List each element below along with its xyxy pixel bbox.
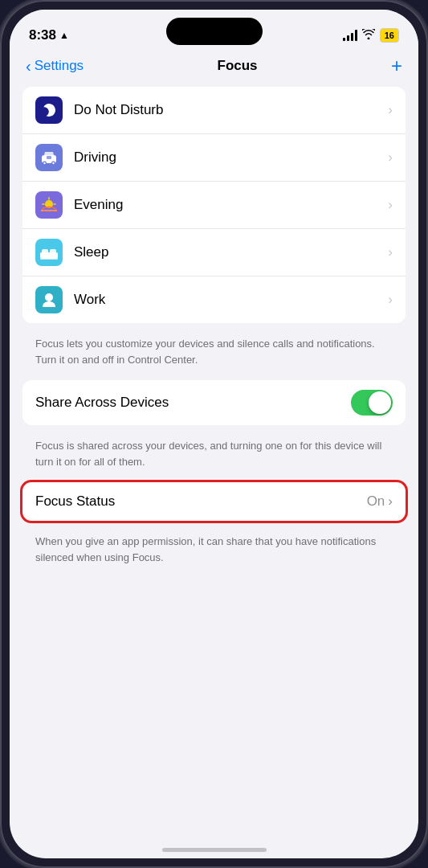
focus-status-on-text: On: [367, 493, 385, 510]
svg-point-14: [45, 293, 53, 301]
share-devices-toggle[interactable]: [351, 390, 393, 416]
focus-status-label: Focus Status: [35, 493, 115, 510]
focus-item-work[interactable]: Work ›: [22, 276, 406, 323]
share-devices-row: Share Across Devices: [22, 380, 406, 425]
driving-icon: [35, 144, 63, 171]
chevron-icon: ›: [388, 244, 393, 260]
svg-rect-11: [42, 249, 48, 254]
content-area: Do Not Disturb ›: [10, 87, 418, 847]
share-description: Focus is shared across your devices, and…: [22, 432, 406, 482]
battery-icon: 16: [380, 28, 399, 43]
focus-item-evening[interactable]: Evening ›: [22, 182, 406, 229]
sleep-icon: [35, 239, 63, 266]
evening-icon: [35, 191, 63, 219]
phone-screen: 8:38 ▲: [10, 10, 418, 858]
share-devices-group: Share Across Devices: [22, 380, 406, 425]
status-bar: 8:38 ▲: [10, 10, 418, 51]
focus-item-do-not-disturb[interactable]: Do Not Disturb ›: [22, 87, 406, 134]
svg-rect-12: [50, 249, 56, 254]
location-icon: ▲: [59, 30, 69, 41]
chevron-icon: ›: [388, 197, 393, 213]
time-display: 8:38: [29, 27, 56, 43]
home-indicator: [162, 848, 267, 852]
svg-point-3: [43, 162, 45, 164]
back-label: Settings: [35, 58, 84, 74]
evening-label: Evening: [74, 197, 388, 213]
phone-frame: 8:38 ▲: [0, 0, 428, 868]
chevron-icon: ›: [388, 102, 393, 118]
navigation-bar: ‹ Settings Focus +: [10, 51, 418, 87]
battery-level: 16: [385, 31, 394, 40]
dynamic-island: [166, 18, 263, 45]
status-time: 8:38 ▲: [29, 27, 69, 43]
work-icon: [35, 286, 63, 313]
focus-item-sleep[interactable]: Sleep ›: [22, 229, 406, 276]
focus-item-driving[interactable]: Driving ›: [22, 134, 406, 182]
back-button[interactable]: ‹ Settings: [26, 57, 84, 76]
focus-description: Focus lets you customize your devices an…: [22, 330, 406, 380]
add-button[interactable]: +: [391, 55, 402, 77]
back-chevron-icon: ‹: [26, 57, 31, 76]
signal-icon: [343, 30, 357, 41]
focus-status-description: When you give an app permission, it can …: [22, 527, 406, 578]
svg-rect-13: [40, 258, 58, 260]
page-title: Focus: [218, 58, 258, 74]
chevron-icon: ›: [388, 149, 393, 166]
do-not-disturb-label: Do Not Disturb: [74, 102, 388, 118]
focus-status-value: On ›: [367, 493, 393, 510]
status-icons: 16: [343, 28, 399, 43]
svg-rect-5: [47, 156, 51, 159]
svg-point-4: [52, 162, 54, 164]
focus-status-row[interactable]: Focus Status On ›: [22, 482, 406, 521]
work-label: Work: [74, 292, 388, 308]
do-not-disturb-icon: [35, 96, 63, 124]
sleep-label: Sleep: [74, 244, 388, 260]
driving-label: Driving: [74, 149, 388, 166]
focus-status-group: Focus Status On ›: [22, 482, 406, 521]
focus-status-chevron-icon: ›: [388, 493, 393, 510]
share-devices-label: Share Across Devices: [35, 395, 169, 411]
focus-list-group: Do Not Disturb ›: [22, 87, 406, 323]
chevron-icon: ›: [388, 292, 393, 308]
wifi-icon: [362, 29, 375, 42]
